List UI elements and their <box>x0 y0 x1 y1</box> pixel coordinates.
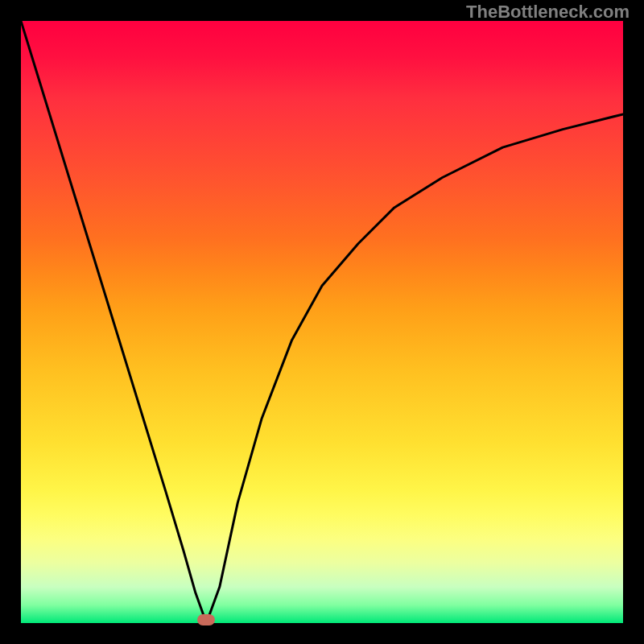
watermark-text: TheBottleneck.com <box>466 2 630 23</box>
plot-area <box>21 21 623 623</box>
bottleneck-curve <box>21 21 623 623</box>
optimal-point-marker <box>197 614 215 625</box>
curve-svg <box>21 21 623 623</box>
